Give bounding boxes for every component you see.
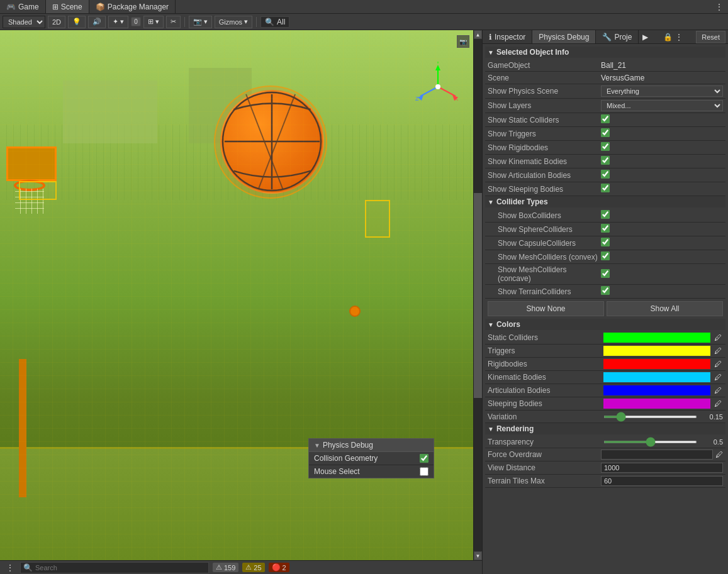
collider-types-arrow: ▼ — [488, 199, 494, 206]
articulation-color-swatch[interactable] — [603, 385, 710, 395]
audio-btn[interactable]: 🔊 — [88, 16, 106, 28]
collapse-arrow[interactable]: ▼ — [314, 442, 320, 449]
sleeping-picker-btn[interactable]: 🖊 — [713, 399, 723, 409]
screenshot-btn[interactable]: 📷 — [457, 35, 469, 48]
show-rigidbodies-row: Show Rigidbodies — [485, 141, 725, 155]
articulation-picker-btn[interactable]: 🖊 — [713, 385, 723, 395]
tab-physics-debug[interactable]: Physics Debug — [532, 30, 596, 43]
show-mesh-convex-checkbox[interactable] — [601, 251, 610, 260]
rendering-section[interactable]: ▼ Rendering — [485, 423, 725, 434]
collider-types-section[interactable]: ▼ Collider Types — [485, 196, 725, 207]
physics-popup-label: Physics Debug — [323, 441, 373, 450]
show-capsule-colliders-checkbox[interactable] — [601, 238, 610, 246]
variation-slider-container: 0.15 — [603, 413, 723, 421]
hoop-board — [6, 146, 57, 181]
show-box-colliders-checkbox[interactable] — [601, 210, 610, 219]
2d-toggle[interactable]: 2D — [48, 16, 65, 28]
rendering-arrow: ▼ — [488, 426, 494, 433]
show-triggers-checkbox[interactable] — [601, 128, 610, 137]
collision-geometry-row: Collision Geometry — [309, 452, 434, 465]
show-none-button[interactable]: Show None — [488, 301, 604, 316]
collider-types-title: Collider Types — [496, 197, 548, 206]
tab-inspector[interactable]: ℹ Inspector — [483, 30, 532, 43]
tab-game[interactable]: 🎮 Game — [0, 0, 46, 13]
terrain-tiles-max-input[interactable] — [601, 476, 723, 486]
physics-popup-title: ▼ Physics Debug — [309, 439, 434, 452]
show-physics-scene-select[interactable]: Everything — [601, 86, 723, 97]
grid-btn[interactable]: ⊞ ▾ — [143, 16, 164, 28]
transparency-slider[interactable] — [603, 441, 697, 443]
show-physics-scene-label: Show Physics Scene — [488, 87, 601, 96]
view-distance-input[interactable] — [601, 463, 723, 473]
force-overdraw-swatch[interactable] — [601, 450, 713, 460]
show-layers-select[interactable]: Mixed... — [601, 100, 723, 111]
show-sphere-colliders-checkbox[interactable] — [601, 224, 610, 233]
svg-line-9 — [420, 87, 438, 96]
mouse-select-checkbox[interactable] — [420, 467, 428, 476]
variation-value: 0.15 — [701, 413, 723, 421]
colors-section[interactable]: ▼ Colors — [485, 319, 725, 330]
scene-label: Scene — [488, 74, 601, 82]
shading-select[interactable]: Shaded — [3, 16, 45, 28]
panel-lock-icon[interactable]: 🔒 — [663, 33, 673, 41]
scroll-up-btn[interactable]: ▲ — [474, 30, 482, 39]
variation-slider[interactable] — [603, 416, 697, 418]
error-badge[interactable]: 🔴 2 — [269, 563, 289, 572]
project-icon: 🔧 — [602, 33, 612, 41]
debug-box2 — [365, 200, 390, 238]
gizmos-btn[interactable]: Gizmos ▾ — [215, 16, 252, 28]
show-all-button[interactable]: Show All — [607, 301, 723, 316]
colors-title: Colors — [496, 320, 520, 329]
tab-more-btn[interactable]: ⋮ — [710, 3, 728, 11]
show-mesh-concave-checkbox[interactable] — [601, 269, 610, 278]
status-more-btn[interactable]: ⋮ — [4, 563, 16, 572]
gameobject-value: Ball_21 — [601, 61, 723, 70]
kinematic-color-swatch[interactable] — [603, 372, 710, 382]
triggers-color-swatch[interactable] — [603, 346, 710, 356]
show-static-colliders-checkbox[interactable] — [601, 114, 610, 123]
show-static-colliders-row: Show Static Colliders — [485, 113, 725, 127]
toolbar: Shaded 2D 💡 🔊 ✦ ▾ 0 ⊞ ▾ ✂ 📷 ▾ Gizmos ▾ 🔍… — [0, 14, 728, 30]
show-mesh-concave-label: Show MeshColliders (concave) — [488, 265, 601, 283]
light-btn[interactable]: 💡 — [68, 16, 86, 28]
terrain-tiles-max-row: Terrain Tiles Max — [485, 475, 725, 488]
kinematic-picker-btn[interactable]: 🖊 — [713, 372, 723, 382]
tab-package-manager[interactable]: 📦 Package Manager — [89, 0, 176, 13]
triggers-picker-btn[interactable]: 🖊 — [713, 346, 723, 356]
search-icon: 🔍 — [265, 18, 274, 26]
tab-scene[interactable]: ⊞ Scene — [46, 0, 89, 13]
scroll-thumb[interactable] — [474, 193, 482, 398]
static-colliders-color-label: Static Colliders — [488, 333, 601, 342]
inspector-label: Inspector — [495, 33, 525, 41]
show-terrain-colliders-checkbox[interactable] — [601, 286, 610, 295]
sleeping-color-label: Sleeping Bodies — [488, 399, 601, 408]
show-sleeping-bodies-checkbox[interactable] — [601, 184, 610, 192]
tab-project[interactable]: 🔧 Proje — [596, 30, 639, 43]
info-badge[interactable]: ⚠ 159 — [213, 563, 238, 572]
reset-button[interactable]: Reset — [696, 31, 725, 43]
rigidbodies-picker-btn[interactable]: 🖊 — [713, 359, 723, 369]
camera-btn[interactable]: 📷 ▾ — [189, 16, 212, 28]
rigidbodies-color-swatch[interactable] — [603, 359, 710, 369]
force-overdraw-picker-btn[interactable]: 🖊 — [715, 450, 723, 459]
sleeping-color-swatch[interactable] — [603, 399, 710, 409]
panel-more-icon[interactable]: ⋮ — [675, 33, 683, 41]
search-input[interactable] — [35, 564, 206, 571]
mouse-select-row: Mouse Select — [309, 465, 434, 478]
viewport[interactable]: 📷 X Y — [0, 30, 482, 560]
show-kinematic-bodies-checkbox[interactable] — [601, 156, 610, 165]
effects-btn[interactable]: ✦ ▾ — [108, 16, 128, 28]
selected-object-section[interactable]: ▼ Selected Object Info — [485, 47, 725, 58]
scroll-down-btn[interactable]: ▼ — [474, 551, 482, 560]
scene-tools-btn[interactable]: ✂ — [166, 16, 181, 28]
show-articulation-bodies-checkbox[interactable] — [601, 170, 610, 179]
show-rigidbodies-checkbox[interactable] — [601, 142, 610, 151]
tab-overflow[interactable]: ▶ — [639, 33, 652, 41]
main-content: 📷 X Y — [0, 30, 728, 574]
static-colliders-picker-btn[interactable]: 🖊 — [713, 333, 723, 343]
warn-badge[interactable]: ⚠ 25 — [242, 563, 264, 572]
static-colliders-color-swatch[interactable] — [603, 333, 710, 343]
collision-geometry-checkbox[interactable] — [420, 454, 428, 463]
warn-count: 25 — [254, 564, 261, 571]
scroll-track[interactable] — [474, 39, 482, 551]
